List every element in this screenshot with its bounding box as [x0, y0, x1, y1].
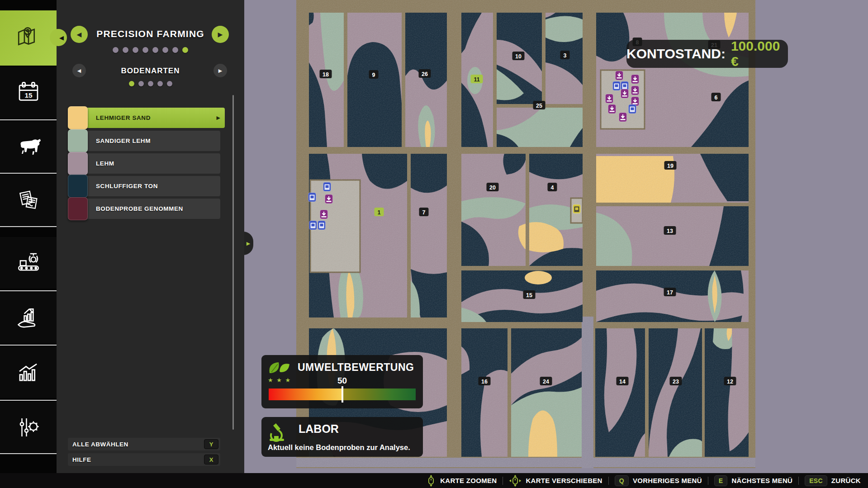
unload-marker-icon[interactable] — [631, 75, 639, 84]
precision-farming-screen: 189261110325821619204171315171624142312 … — [0, 0, 868, 488]
finances-icon — [15, 304, 42, 332]
svg-text:15: 15 — [24, 91, 33, 99]
microscope-icon — [267, 422, 290, 442]
statistics-icon — [15, 359, 42, 385]
hint-back[interactable]: ESC ZURÜCK — [805, 475, 861, 486]
panel-title: PRECISION FARMING — [57, 28, 244, 39]
svg-text:25: 25 — [536, 103, 542, 109]
svg-text:3: 3 — [564, 52, 567, 59]
svg-text:6: 6 — [715, 95, 718, 101]
lab-panel: LABOR Aktuell keine Bodenproben zur Anal… — [261, 417, 423, 457]
soil-color-swatch — [68, 106, 88, 129]
selected-arrow-icon: ▶ — [217, 115, 220, 121]
field-label-19[interactable]: 19 — [664, 161, 677, 170]
key-hint-q: Q — [615, 475, 629, 486]
settings-icon — [15, 414, 42, 441]
field-label-25[interactable]: 25 — [533, 101, 545, 109]
soil-color-swatch — [68, 152, 88, 175]
hint-map-move[interactable]: KARTE VERSCHIEBEN — [509, 474, 602, 487]
leaf-icon — [267, 360, 293, 378]
hint-next-menu[interactable]: E NÄCHSTES MENÜ — [714, 475, 792, 486]
legend-item-lehm[interactable]: LEHM — [68, 153, 220, 174]
hint-map-zoom[interactable]: KARTE ZOOMEN — [426, 474, 497, 487]
panel-subtitle: BODENARTEN — [57, 66, 244, 76]
pallet-marker-icon[interactable] — [629, 104, 636, 114]
sidebar-item-calendar[interactable]: 15 — [0, 67, 57, 118]
field-label-12[interactable]: 12 — [724, 377, 736, 385]
mouse-zoom-icon — [426, 474, 436, 487]
environment-title: UMWELTBEWERTUNG — [298, 361, 414, 374]
svg-text:11: 11 — [474, 76, 479, 83]
field-label-26[interactable]: 26 — [419, 69, 431, 78]
sidebar-item-settings[interactable] — [0, 402, 57, 453]
sidebar-item-animals[interactable] — [0, 121, 57, 173]
legend-item-sandiger-lehm[interactable]: SANDIGER LEHM — [68, 131, 220, 151]
sidebar: 15 — [0, 0, 57, 473]
pallet-marker-icon[interactable] — [613, 81, 621, 90]
cow-icon — [15, 133, 42, 161]
field-label-24[interactable]: 24 — [540, 377, 552, 385]
unload-marker-icon[interactable] — [631, 86, 639, 95]
sidebar-divider — [0, 173, 57, 174]
field-label-13[interactable]: 13 — [664, 226, 676, 235]
balance-label: KONTOSTAND: — [626, 46, 726, 62]
legend-item-bodenprobe[interactable]: BODENPROBE GENOMMEN — [68, 199, 220, 219]
environment-value: 50 — [261, 376, 423, 386]
pallet-marker-icon[interactable] — [309, 221, 317, 230]
unload-marker-icon[interactable] — [616, 71, 623, 80]
field-label-9[interactable]: 9 — [369, 70, 379, 79]
field-label-20[interactable]: 20 — [487, 183, 499, 191]
key-hint-y: Y — [204, 439, 218, 449]
sell-marker-icon[interactable] — [573, 204, 581, 213]
help-button[interactable]: HILFE X — [68, 453, 220, 466]
unload-marker-icon[interactable] — [621, 89, 629, 98]
deselect-all-button[interactable]: ALLE ABWÄHLEN Y — [68, 438, 220, 450]
fuel-marker-icon[interactable] — [323, 182, 331, 191]
legend-item-lehmiger-sand[interactable]: LEHMIGER SAND ▶ — [68, 108, 225, 128]
field-label-4[interactable]: 4 — [548, 183, 557, 191]
svg-text:17: 17 — [667, 289, 673, 296]
field-label-18[interactable]: 18 — [320, 70, 332, 78]
field-label-15[interactable]: 15 — [523, 290, 536, 299]
field-label-10[interactable]: 10 — [512, 52, 525, 60]
pallet-marker-icon[interactable] — [318, 221, 326, 230]
field-label-1[interactable]: 1 — [375, 208, 384, 216]
panel-scrollbar[interactable] — [232, 95, 234, 430]
field-label-11[interactable]: 11 — [471, 75, 483, 83]
sidebar-item-statistics[interactable] — [0, 346, 57, 398]
field-label-3[interactable]: 3 — [560, 51, 570, 59]
svg-text:19: 19 — [667, 163, 674, 169]
unload-marker-icon[interactable] — [608, 104, 616, 114]
hint-separator — [608, 477, 609, 485]
svg-text:12: 12 — [727, 379, 733, 385]
unload-marker-icon[interactable] — [325, 194, 333, 204]
field-label-14[interactable]: 14 — [617, 377, 629, 385]
unload-marker-icon[interactable] — [619, 113, 627, 122]
soil-color-swatch — [68, 129, 88, 152]
field-label-23[interactable]: 23 — [670, 377, 682, 385]
key-hint-esc: ESC — [805, 475, 827, 486]
field-label-17[interactable]: 17 — [664, 288, 676, 296]
unload-marker-icon[interactable] — [606, 94, 613, 103]
hint-previous-menu[interactable]: Q VORHERIGES MENÜ — [615, 475, 702, 486]
svg-text:10: 10 — [515, 53, 522, 60]
sidebar-item-production[interactable] — [0, 237, 57, 289]
field-label-7[interactable]: 7 — [419, 208, 429, 216]
svg-text:1: 1 — [378, 209, 381, 216]
soil-color-swatch — [68, 175, 88, 198]
sidebar-item-map[interactable] — [0, 10, 57, 66]
sidebar-item-finances[interactable] — [0, 292, 57, 344]
key-hint-e: E — [714, 475, 728, 486]
precision-farming-panel: ◀ ▶ PRECISION FARMING ◀ ▶ BODENARTEN LEH… — [57, 0, 244, 473]
sidebar-item-contracts[interactable] — [0, 175, 57, 226]
sidebar-divider — [0, 226, 57, 227]
field-label-16[interactable]: 16 — [479, 377, 491, 385]
svg-text:4: 4 — [551, 185, 554, 191]
unload-marker-icon[interactable] — [320, 210, 328, 219]
fuel-marker-icon[interactable] — [308, 193, 316, 202]
environment-gradient-bar — [269, 389, 416, 400]
svg-text:23: 23 — [673, 379, 679, 385]
balance-value: 100.000 € — [731, 38, 788, 69]
field-label-6[interactable]: 6 — [711, 93, 721, 101]
legend-item-schluffiger-ton[interactable]: SCHLUFFIGER TON — [68, 176, 220, 196]
